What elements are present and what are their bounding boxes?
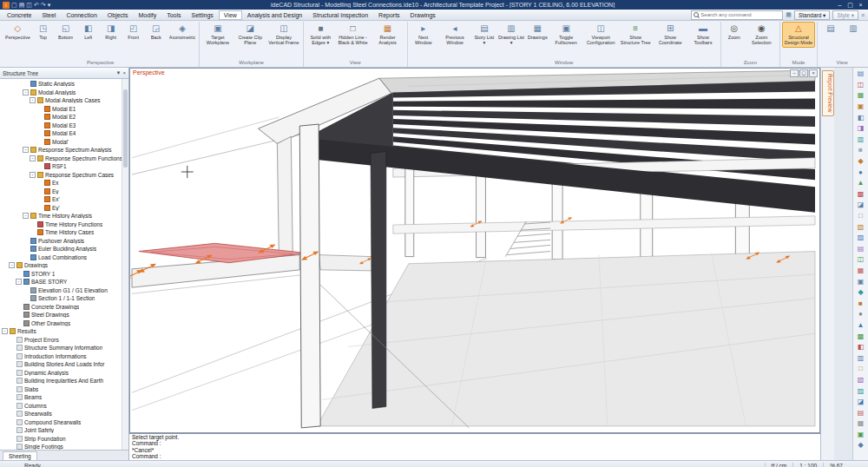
tree-item[interactable]: Modal E2 xyxy=(0,113,128,122)
tree-item[interactable]: Building Stories And Loads Infor xyxy=(0,360,128,369)
tree-item[interactable]: Concrete Drawings xyxy=(0,303,128,312)
right-toolbar-icon[interactable]: ▦ xyxy=(855,266,867,277)
quick-access-icon[interactable]: ◫ xyxy=(26,2,32,9)
right-toolbar-icon[interactable]: □ xyxy=(855,364,867,375)
tree-item[interactable]: Ey' xyxy=(0,204,128,213)
quick-access-icon[interactable]: ↶ xyxy=(34,2,39,9)
viewport-maximize-button[interactable]: ▢ xyxy=(799,69,808,77)
ribbon-button[interactable]: ◨ Right xyxy=(100,22,122,48)
right-toolbar-icon[interactable]: ▨ xyxy=(855,385,867,397)
right-toolbar-icon[interactable]: ▦ xyxy=(855,90,867,102)
right-toolbar-icon[interactable]: □ xyxy=(855,211,867,222)
tree-item[interactable]: - BASE STORY xyxy=(0,278,128,286)
tree-expander-icon[interactable]: - xyxy=(30,172,36,178)
tree-item[interactable]: Compound Shearwalls xyxy=(0,418,128,427)
status-scale[interactable]: 1 : 100 xyxy=(792,463,823,467)
tree-item[interactable]: - Results xyxy=(0,327,128,336)
ribbon-button[interactable]: ◇ Perspective xyxy=(3,22,32,48)
tree-item[interactable]: Ex' xyxy=(0,195,128,204)
ribbon-button[interactable]: ◫ Display Vertical Frame xyxy=(266,22,301,48)
right-toolbar-icon[interactable]: ▣ xyxy=(855,276,867,287)
tree-expander-icon[interactable]: - xyxy=(23,213,29,219)
tree-expander-icon[interactable]: - xyxy=(2,328,8,334)
panel-close-icon[interactable]: × xyxy=(122,70,126,76)
minimize-button[interactable]: – xyxy=(835,2,845,9)
menu-item[interactable]: Reports xyxy=(373,10,405,20)
report-preview-tab[interactable]: Report Preview xyxy=(822,70,834,116)
menu-item[interactable]: Objects xyxy=(102,10,134,20)
tree-expander-icon[interactable]: - xyxy=(23,147,29,153)
right-toolbar-icon[interactable]: ◫ xyxy=(855,254,867,266)
tree-expander-icon[interactable]: - xyxy=(23,89,29,95)
tree-item[interactable]: - Response Spectrum Functions xyxy=(0,155,128,163)
right-toolbar-icon[interactable]: ◫ xyxy=(855,80,867,91)
tree-item[interactable]: Slabs xyxy=(0,385,128,394)
viewport-minimize-button[interactable]: – xyxy=(790,69,799,77)
tree-item[interactable]: Modal' xyxy=(0,138,128,147)
tree-item[interactable]: Joint Safety xyxy=(0,426,128,435)
right-toolbar-icon[interactable]: ▲ xyxy=(855,178,867,189)
tree-item[interactable]: Building Irregularities And Earth xyxy=(0,377,128,385)
ribbon-button[interactable]: ▤ xyxy=(819,22,842,48)
tree-item[interactable]: Modal E1 xyxy=(0,105,128,114)
right-toolbar-icon[interactable]: ◆ xyxy=(855,440,867,451)
tree-item[interactable]: Columns xyxy=(0,402,128,411)
right-toolbar-icon[interactable]: ● xyxy=(855,309,867,320)
search-input[interactable] xyxy=(700,12,780,17)
right-toolbar-icon[interactable]: ▥ xyxy=(855,135,867,146)
tree-item[interactable]: Project Errors xyxy=(0,336,128,345)
viewport-close-button[interactable]: × xyxy=(809,69,818,77)
menu-item[interactable]: Drawings xyxy=(405,10,441,20)
quick-access-icon[interactable]: ↷ xyxy=(41,2,46,9)
tree-item[interactable]: Other Drawings xyxy=(0,319,128,328)
right-toolbar-icon[interactable]: ▥ xyxy=(855,352,867,364)
right-toolbar-icon[interactable]: ▩ xyxy=(855,331,867,342)
menu-item[interactable]: Tools xyxy=(161,10,186,20)
right-toolbar-icon[interactable]: ◆ xyxy=(855,287,867,299)
right-toolbar-icon[interactable]: ▩ xyxy=(855,189,867,201)
right-toolbar-icon[interactable]: ▧ xyxy=(855,221,867,233)
right-toolbar-icon[interactable]: ▤ xyxy=(855,407,867,418)
menu-item[interactable]: View xyxy=(219,10,242,20)
tree-item[interactable]: Ex xyxy=(0,179,128,187)
quick-access-icon[interactable]: ▾ xyxy=(48,2,51,9)
tree-item[interactable]: - Modal Analysis Cases xyxy=(0,96,128,105)
ribbon-button[interactable]: ◳ Top xyxy=(32,22,55,48)
menu-item[interactable]: Structural Inspection xyxy=(307,10,373,20)
ribbon-button[interactable]: ▣ Target Workplane xyxy=(201,22,233,48)
ribbon-button[interactable]: ▦ Drawings xyxy=(526,22,549,48)
quick-access-icon[interactable]: ▤ xyxy=(19,2,25,9)
menu-overflow-icon[interactable]: ≡ xyxy=(861,12,865,18)
tree-item[interactable]: Euler Buckling Analysis xyxy=(0,245,128,253)
ribbon-button[interactable]: ◧ Left xyxy=(77,22,100,48)
tree-item[interactable]: Ey xyxy=(0,187,128,196)
tree-item[interactable]: Modal E4 xyxy=(0,129,128,138)
right-toolbar-icon[interactable]: ◪ xyxy=(855,397,867,408)
status-units[interactable]: tf / cm xyxy=(765,463,793,467)
ribbon-button[interactable]: ▦ Render Analysis Model xyxy=(371,22,405,48)
3d-model-canvas[interactable] xyxy=(130,69,819,432)
ribbon-button[interactable]: ▥ xyxy=(842,22,865,48)
menu-item[interactable]: Connection xyxy=(61,10,102,20)
tree-expander-icon[interactable]: - xyxy=(9,262,15,268)
tree-item[interactable]: Elevation G1 / G1 Elevation xyxy=(0,286,128,295)
tree-item[interactable]: - Response Spectrum Analysis xyxy=(0,146,128,155)
tree-item[interactable]: STORY 1 xyxy=(0,270,128,279)
right-toolbar-icon[interactable]: ▤ xyxy=(855,244,867,255)
menu-item[interactable]: Steel xyxy=(36,10,61,20)
right-toolbar-icon[interactable]: ◧ xyxy=(855,112,867,123)
ribbon-button[interactable]: ◱ Bottom xyxy=(55,22,77,48)
tree-item[interactable]: Structure Summary Information xyxy=(0,344,128,352)
quick-access-icon[interactable]: ▢ xyxy=(11,2,17,9)
viewport-3d[interactable]: Perspective – ▢ × xyxy=(129,68,820,433)
tree-item[interactable]: Time History Functions xyxy=(0,220,128,229)
right-toolbar-icon[interactable]: ◨ xyxy=(855,123,867,135)
right-toolbar-icon[interactable]: ◆ xyxy=(855,156,867,168)
tree-item[interactable]: Dynamic Analysis xyxy=(0,369,128,378)
ribbon-button[interactable]: ◎ Zoom xyxy=(723,22,746,48)
menu-item[interactable]: Analysis and Design xyxy=(242,10,307,20)
ribbon-button[interactable]: ▥ Drawing List ▾ xyxy=(496,22,526,48)
tree-item[interactable]: - Drawings xyxy=(0,261,128,270)
right-toolbar-icon[interactable]: ▤ xyxy=(855,69,867,80)
tree-item[interactable]: Section 1 / 1-1 Section xyxy=(0,294,128,303)
